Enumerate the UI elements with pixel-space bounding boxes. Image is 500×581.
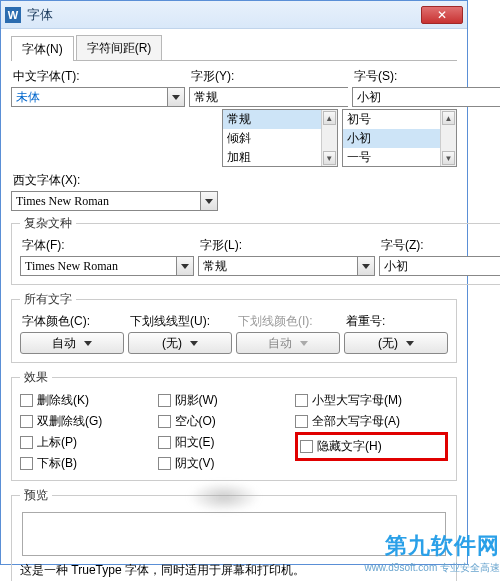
emph-value: (无) [378,335,398,352]
complex-size-select[interactable] [379,256,500,276]
west-font-label: 西文字体(X): [11,171,218,191]
checkbox-shadow[interactable]: 阴影(W) [158,390,286,411]
checkbox-icon [20,436,33,449]
tab-font[interactable]: 字体(N) [11,36,74,61]
complex-style-select[interactable] [198,256,375,276]
effects-legend: 效果 [20,369,52,386]
tab-spacing[interactable]: 字符间距(R) [76,35,163,60]
all-text-group: 所有文字 字体颜色(C): 自动 下划线线型(U): (无) 下划线颜色(I):… [11,291,457,363]
complex-legend: 复杂文种 [20,215,76,232]
chevron-down-icon [181,264,189,269]
ucolor-value: 自动 [268,335,292,352]
list-item[interactable]: 常规 [223,110,320,129]
color-value: 自动 [52,335,76,352]
style-input[interactable] [189,87,348,107]
complex-size-input[interactable] [379,256,500,276]
size-listbox[interactable]: 初号 小初 一号 ▲ ▼ [342,109,457,167]
scroll-down-icon[interactable]: ▼ [442,151,455,165]
style-input-wrap [189,87,348,107]
complex-style-label: 字形(L): [198,236,375,256]
chevron-down-icon [300,341,308,346]
chevron-down-icon [172,95,180,100]
size-input[interactable] [352,87,500,107]
close-icon: ✕ [437,8,447,22]
style-listbox[interactable]: 常规 倾斜 加粗 ▲ ▼ [222,109,337,167]
scroll-up-icon[interactable]: ▲ [323,111,336,125]
scroll-down-icon[interactable]: ▼ [323,151,336,165]
ucolor-dropdown: 自动 [236,332,340,354]
list-item[interactable]: 倾斜 [223,129,320,148]
preview-legend: 预览 [20,487,52,504]
size-input-wrap [352,87,500,107]
preview-note: 这是一种 TrueType 字体，同时适用于屏幕和打印机。 [20,562,448,579]
complex-font-label: 字体(F): [20,236,194,256]
checkbox-icon [158,436,171,449]
uline-label: 下划线线型(U): [128,312,232,332]
list-item[interactable]: 初号 [343,110,440,129]
complex-font-select[interactable] [20,256,194,276]
checkbox-sub[interactable]: 下标(B) [20,453,148,474]
list-item[interactable]: 一号 [343,148,440,167]
preview-group: 预览 这是一种 TrueType 字体，同时适用于屏幕和打印机。 [11,487,457,581]
checkbox-hidden[interactable]: 隐藏文字(H) [300,436,443,457]
style-label: 字形(Y): [189,67,348,87]
checkbox-outline[interactable]: 空心(O) [158,411,286,432]
cn-font-input[interactable] [11,87,167,107]
checkbox-dblstrike[interactable]: 双删除线(G) [20,411,148,432]
chevron-down-icon [362,264,370,269]
complex-script-group: 复杂文种 字体(F): 字形(L): 字号( [11,215,500,285]
dropdown-button[interactable] [200,191,218,211]
chevron-down-icon [205,199,213,204]
checkbox-icon [20,457,33,470]
emph-label: 着重号: [344,312,448,332]
checkbox-super[interactable]: 上标(P) [20,432,148,453]
uline-value: (无) [162,335,182,352]
window-title: 字体 [27,6,421,24]
effects-group: 效果 删除线(K) 双删除线(G) 上标(P) 下标(B) 阴影(W) 空心(O… [11,369,457,481]
west-font-input[interactable] [11,191,200,211]
dialog-body: 字体(N) 字符间距(R) 中文字体(T): 字形(Y): 字号(S): [1,29,467,581]
complex-font-input[interactable] [20,256,176,276]
uline-dropdown[interactable]: (无) [128,332,232,354]
checkbox-smallcaps[interactable]: 小型大写字母(M) [295,390,448,411]
checkbox-emboss[interactable]: 阳文(E) [158,432,286,453]
dropdown-button[interactable] [167,87,185,107]
close-button[interactable]: ✕ [421,6,463,24]
complex-style-input[interactable] [198,256,357,276]
ucolor-label: 下划线颜色(I): [236,312,340,332]
app-icon: W [5,7,21,23]
checkbox-engrave[interactable]: 阴文(V) [158,453,286,474]
west-font-select[interactable] [11,191,218,211]
highlight-box: 隐藏文字(H) [295,432,448,461]
complex-size-label: 字号(Z): [379,236,500,256]
checkbox-icon [158,394,171,407]
checkbox-allcaps[interactable]: 全部大写字母(A) [295,411,448,432]
checkbox-strike[interactable]: 删除线(K) [20,390,148,411]
cn-font-select[interactable] [11,87,185,107]
checkbox-icon [295,415,308,428]
dropdown-button[interactable] [357,256,375,276]
list-item[interactable]: 加粗 [223,148,320,167]
size-label: 字号(S): [352,67,500,87]
scrollbar[interactable]: ▲ ▼ [321,110,337,166]
chevron-down-icon [84,341,92,346]
color-dropdown[interactable]: 自动 [20,332,124,354]
dropdown-button[interactable] [176,256,194,276]
checkbox-icon [295,394,308,407]
checkbox-icon [20,415,33,428]
color-label: 字体颜色(C): [20,312,124,332]
list-item[interactable]: 小初 [343,129,440,148]
checkbox-icon [158,457,171,470]
font-dialog: W 字体 ✕ 字体(N) 字符间距(R) 中文字体(T): 字形(Y): [0,0,468,565]
checkbox-icon [158,415,171,428]
emph-dropdown[interactable]: (无) [344,332,448,354]
scroll-up-icon[interactable]: ▲ [442,111,455,125]
checkbox-icon [300,440,313,453]
preview-box [22,512,446,556]
checkbox-icon [20,394,33,407]
titlebar: W 字体 ✕ [1,1,467,29]
chevron-down-icon [406,341,414,346]
cn-font-label: 中文字体(T): [11,67,185,87]
scrollbar[interactable]: ▲ ▼ [440,110,456,166]
tab-bar: 字体(N) 字符间距(R) [11,35,457,61]
